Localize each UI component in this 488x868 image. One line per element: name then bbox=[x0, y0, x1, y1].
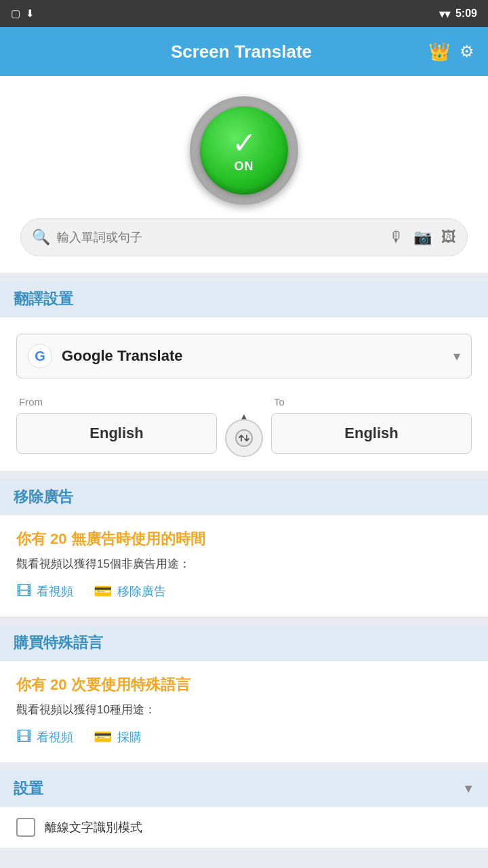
settings-icon[interactable]: ⚙ bbox=[460, 42, 474, 61]
ad-section-content: 你有 20 無廣告時使用的時間 觀看視頻以獲得15個非廣告用途： 🎞 看視頻 💳… bbox=[0, 515, 488, 616]
ad-highlight-text: 你有 20 無廣告時使用的時間 bbox=[16, 529, 472, 549]
translation-settings-content: G Google Translate ▾ From English ▲ To E… bbox=[0, 317, 488, 471]
wifi-icon: ▾▾ bbox=[439, 7, 450, 20]
to-language-button[interactable]: English bbox=[271, 413, 472, 454]
settings-preview: 離線文字識別模式 bbox=[0, 807, 488, 848]
google-g-icon: G bbox=[28, 344, 52, 368]
engine-name: Google Translate bbox=[62, 347, 444, 365]
on-checkmark: ✓ bbox=[232, 128, 257, 158]
ad-desc-text: 觀看視頻以獲得15個非廣告用途： bbox=[16, 556, 472, 572]
settings-header[interactable]: 設置 ▼ bbox=[0, 770, 488, 807]
mic-icon[interactable]: 🎙 bbox=[389, 229, 404, 246]
ad-section-header: 移除廣告 bbox=[0, 479, 488, 515]
engine-dropdown-arrow: ▾ bbox=[453, 348, 460, 364]
search-bar[interactable]: 🔍 🎙 📷 🖼 bbox=[20, 218, 468, 256]
remove-ad-label: 移除廣告 bbox=[117, 583, 166, 599]
svg-point-0 bbox=[236, 430, 252, 446]
settings-title: 設置 bbox=[14, 778, 43, 799]
to-lang-col: To English bbox=[271, 396, 472, 454]
swap-button[interactable] bbox=[225, 419, 263, 457]
special-lang-title: 購買特殊語言 bbox=[14, 634, 103, 651]
special-watch-video-button[interactable]: 🎞 看視頻 bbox=[16, 728, 73, 746]
offline-mode-checkbox[interactable] bbox=[16, 818, 35, 837]
remove-ad-button[interactable]: 💳 移除廣告 bbox=[94, 583, 166, 600]
language-row: From English ▲ To English bbox=[16, 392, 472, 457]
settings-dropdown-arrow: ▼ bbox=[462, 782, 474, 796]
special-lang-content: 你有 20 次要使用特殊語言 觀看視頻以獲得10種用途： 🎞 看視頻 💳 採購 bbox=[0, 661, 488, 762]
status-bar: ▢ ⬇ ▾▾ 5:09 bbox=[0, 0, 488, 27]
swap-col: ▲ bbox=[217, 392, 271, 457]
remove-ad-icon: 💳 bbox=[94, 583, 112, 600]
from-language-button[interactable]: English bbox=[16, 413, 217, 454]
watch-video-label: 看視頻 bbox=[37, 583, 73, 599]
search-actions: 🎙 📷 🖼 bbox=[389, 229, 456, 246]
search-icon: 🔍 bbox=[32, 229, 50, 246]
gallery-icon[interactable]: 🖼 bbox=[441, 229, 456, 246]
special-lang-header: 購買特殊語言 bbox=[0, 625, 488, 661]
translation-settings-header: 翻譯設置 bbox=[0, 281, 488, 317]
on-label: ON bbox=[235, 159, 254, 174]
ad-section-title: 移除廣告 bbox=[14, 488, 73, 505]
app-title: Screen Translate bbox=[54, 41, 428, 62]
purchase-button[interactable]: 💳 採購 bbox=[94, 728, 142, 746]
status-right: ▾▾ 5:09 bbox=[439, 7, 477, 20]
window-icon: ▢ bbox=[11, 7, 20, 20]
purchase-icon: 💳 bbox=[94, 728, 112, 746]
search-input[interactable] bbox=[57, 231, 382, 245]
translation-settings-title: 翻譯設置 bbox=[14, 290, 73, 307]
crown-icon[interactable]: 👑 bbox=[428, 41, 450, 62]
on-button[interactable]: ✓ ON bbox=[200, 106, 288, 195]
special-lang-highlight: 你有 20 次要使用特殊語言 bbox=[16, 675, 472, 695]
watch-video-icon: 🎞 bbox=[16, 583, 31, 600]
from-lang-col: From English bbox=[16, 396, 217, 454]
ad-action-row: 🎞 看視頻 💳 移除廣告 bbox=[16, 583, 472, 610]
special-watch-label: 看視頻 bbox=[37, 729, 73, 745]
purchase-label: 採購 bbox=[117, 729, 142, 745]
on-button-container[interactable]: ✓ ON bbox=[190, 96, 298, 205]
watch-video-button[interactable]: 🎞 看視頻 bbox=[16, 583, 73, 600]
special-lang-action-row: 🎞 看視頻 💳 採購 bbox=[16, 728, 472, 755]
to-label: To bbox=[271, 396, 285, 408]
camera-icon[interactable]: 📷 bbox=[413, 229, 432, 246]
offline-mode-label: 離線文字識別模式 bbox=[45, 819, 142, 835]
download-icon: ⬇ bbox=[26, 7, 35, 20]
from-label: From bbox=[16, 396, 43, 408]
main-card: ✓ ON 🔍 🎙 📷 🖼 bbox=[0, 76, 488, 273]
status-left-icons: ▢ ⬇ bbox=[11, 7, 35, 20]
special-watch-icon: 🎞 bbox=[16, 728, 31, 746]
app-bar-icons: 👑 ⚙ bbox=[428, 41, 474, 62]
on-button-outer: ✓ ON bbox=[190, 96, 298, 205]
engine-dropdown[interactable]: G Google Translate ▾ bbox=[16, 334, 472, 378]
special-lang-desc: 觀看視頻以獲得10種用途： bbox=[16, 702, 472, 717]
time-display: 5:09 bbox=[455, 7, 477, 20]
app-bar: Screen Translate 👑 ⚙ bbox=[0, 27, 488, 76]
